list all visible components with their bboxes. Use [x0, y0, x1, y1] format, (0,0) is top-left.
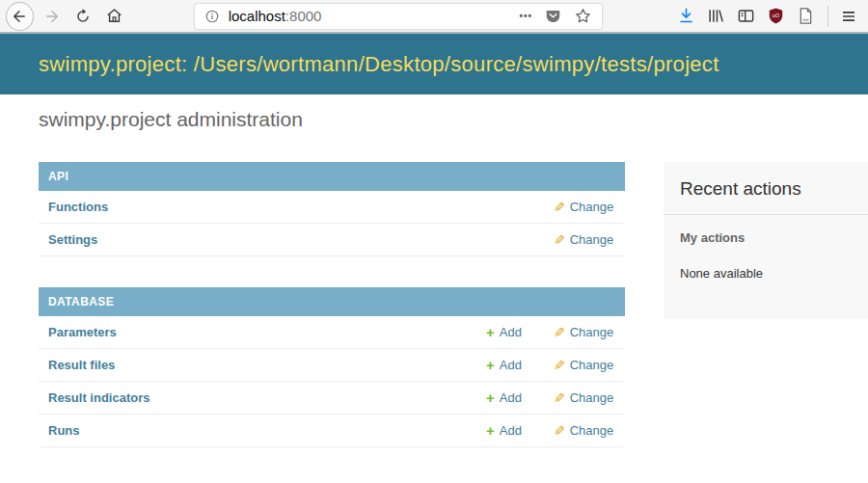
home-icon [105, 7, 123, 25]
bookmark-star-icon[interactable] [574, 7, 592, 25]
pencil-icon: ✎ [554, 359, 565, 372]
change-link[interactable]: ✎ Change [554, 232, 615, 247]
page-title: swimpy.project administration [39, 108, 303, 131]
admin-header: swimpy.project: /Users/wortmann/Desktop/… [0, 34, 868, 94]
url-host: localhost [229, 8, 285, 24]
pencil-icon: ✎ [554, 391, 565, 405]
my-actions-heading: My actions [680, 230, 852, 245]
change-link[interactable]: ✎ Change [554, 358, 615, 372]
hamburger-icon [840, 8, 857, 25]
change-label: Change [570, 200, 614, 214]
add-label: Add [500, 325, 522, 339]
model-row: Settings ✎ Change [39, 224, 625, 256]
browser-toolbar: localhost:8000 ••• uO [0, 0, 868, 34]
add-link[interactable]: + Add [486, 358, 529, 372]
recent-actions-module: Recent actions My actions None available [664, 162, 868, 319]
app-list: API Functions ✎ Change Settings ✎ Change… [39, 162, 625, 478]
change-link[interactable]: ✎ Change [554, 200, 615, 214]
change-link[interactable]: ✎ Change [554, 423, 615, 438]
model-row: Parameters + Add ✎ Change [39, 316, 625, 349]
reload-icon [74, 8, 92, 25]
model-link-parameters[interactable]: Parameters [48, 325, 486, 339]
site-branding-link[interactable]: swimpy.project: /Users/wortmann/Desktop/… [39, 52, 719, 77]
page-icon [797, 7, 815, 25]
sidebars-button[interactable] [737, 6, 756, 27]
change-label: Change [570, 390, 614, 405]
add-label: Add [500, 390, 522, 405]
library-button[interactable] [707, 6, 726, 27]
ublock-button[interactable]: uO [767, 6, 786, 27]
change-link[interactable]: ✎ Change [554, 325, 615, 339]
site-info-icon[interactable] [204, 9, 220, 24]
url-port: :8000 [285, 8, 322, 24]
svg-text:uO: uO [773, 13, 780, 18]
back-icon [11, 8, 28, 25]
pencil-icon: ✎ [554, 233, 565, 247]
pencil-icon: ✎ [554, 326, 565, 339]
menu-button[interactable] [839, 6, 858, 27]
sidebar-toggle-icon [737, 7, 755, 25]
home-button[interactable] [105, 7, 123, 26]
model-link-settings[interactable]: Settings [48, 232, 554, 247]
model-row: Functions ✎ Change [39, 191, 625, 224]
plus-icon: + [486, 325, 495, 339]
model-row: Result indicators + Add ✎ Change [39, 382, 625, 415]
shield-icon: uO [767, 7, 785, 25]
add-link[interactable]: + Add [486, 390, 529, 405]
model-link-result-indicators[interactable]: Result indicators [48, 390, 486, 405]
model-link-runs[interactable]: Runs [48, 423, 486, 438]
library-icon [707, 7, 725, 25]
model-row: Result files + Add ✎ Change [39, 349, 625, 382]
recent-actions-title: Recent actions [664, 162, 868, 215]
app-caption[interactable]: API [39, 162, 625, 191]
change-link[interactable]: ✎ Change [554, 390, 615, 405]
page-actions-icon[interactable]: ••• [519, 11, 532, 21]
downloads-button[interactable] [677, 6, 696, 27]
model-link-result-files[interactable]: Result files [48, 358, 486, 372]
pocket-icon[interactable] [544, 8, 562, 25]
forward-icon [43, 8, 61, 25]
app-module-api: API Functions ✎ Change Settings ✎ Change [39, 162, 625, 256]
change-label: Change [570, 325, 614, 339]
add-label: Add [500, 358, 522, 372]
app-caption[interactable]: DATABASE [39, 287, 625, 316]
change-label: Change [570, 232, 614, 247]
none-available-text: None available [680, 266, 852, 281]
add-label: Add [500, 423, 522, 438]
change-label: Change [570, 423, 614, 438]
add-link[interactable]: + Add [486, 325, 529, 339]
reader-extension-button[interactable] [797, 6, 816, 27]
change-label: Change [570, 358, 614, 372]
model-link-functions[interactable]: Functions [48, 200, 554, 214]
app-module-database: DATABASE Parameters + Add ✎ Change Resul… [39, 287, 625, 447]
forward-button[interactable] [43, 7, 62, 26]
back-button[interactable] [6, 2, 34, 31]
url-bar[interactable]: localhost:8000 ••• [194, 3, 603, 30]
toolbar-extension-area: uO [666, 6, 858, 27]
plus-icon: + [486, 358, 495, 372]
admin-content: swimpy.project administration API Functi… [0, 94, 868, 481]
download-icon [677, 7, 695, 25]
toolbar-separator [827, 6, 828, 27]
model-row: Runs + Add ✎ Change [39, 415, 625, 447]
pencil-icon: ✎ [554, 201, 565, 214]
url-text[interactable]: localhost:8000 [229, 8, 508, 24]
recent-actions-body: My actions None available [664, 215, 868, 319]
pencil-icon: ✎ [554, 424, 565, 438]
add-link[interactable]: + Add [486, 423, 529, 438]
reload-button[interactable] [74, 7, 93, 26]
plus-icon: + [486, 423, 495, 438]
plus-icon: + [486, 390, 495, 405]
